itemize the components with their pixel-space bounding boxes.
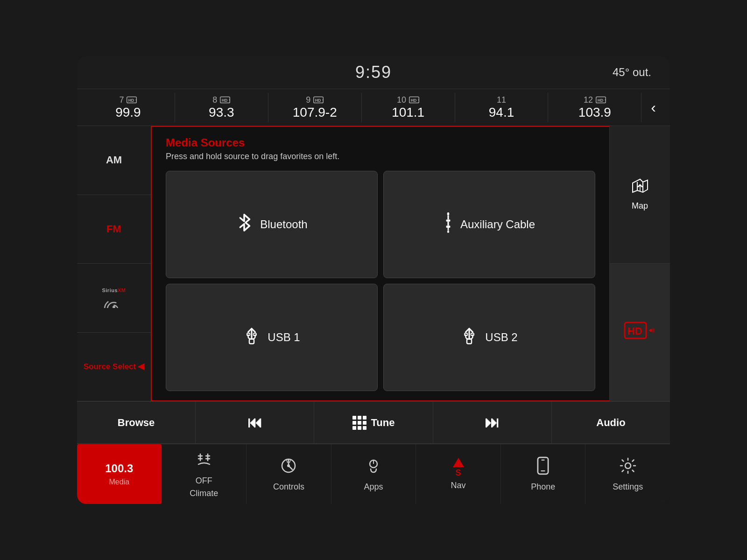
svg-rect-16: [446, 219, 451, 221]
climate-icon: [195, 450, 213, 473]
tune-button[interactable]: Tune: [314, 402, 433, 443]
media-sources-panel: Media Sources Press and hold source to d…: [152, 126, 609, 401]
clock: 9:59: [355, 63, 392, 82]
svg-text:HD: HD: [222, 98, 228, 103]
nav-apps[interactable]: Apps: [331, 444, 416, 504]
svg-point-37: [625, 463, 631, 469]
hd-badge-2: HD: [220, 96, 230, 104]
media-title: Media Sources: [166, 136, 595, 149]
preset-5[interactable]: 11 94.1: [455, 93, 549, 122]
main-content: AM FM SiriusXM Source Select: [77, 126, 670, 401]
hd-badge-6: HD: [596, 96, 606, 104]
controls-icon: [279, 456, 298, 479]
svg-rect-23: [249, 339, 254, 344]
svg-rect-18: [446, 226, 451, 228]
usb1-icon: [243, 326, 260, 349]
usb1-label: USB 1: [268, 331, 300, 344]
aux-icon: [444, 212, 453, 237]
svg-point-20: [447, 231, 449, 233]
usb1-button[interactable]: USB 1: [166, 284, 378, 391]
usb2-icon: [461, 326, 478, 349]
usb2-button[interactable]: USB 2: [383, 284, 595, 391]
nav-phone[interactable]: Phone: [501, 444, 586, 504]
am-button[interactable]: AM: [77, 126, 151, 195]
preset-1[interactable]: 7 HD 99.9: [82, 93, 175, 122]
hd-badge-3: HD: [313, 96, 324, 104]
siriusxm-button[interactable]: SiriusXM: [77, 264, 151, 333]
siriusxm-icon: SiriusXM: [102, 287, 126, 308]
svg-point-32: [287, 464, 290, 467]
hd-button[interactable]: HD: [610, 264, 670, 401]
preset-3[interactable]: 9 HD 107.9-2: [268, 93, 362, 122]
left-sidebar: AM FM SiriusXM Source Select: [77, 126, 152, 401]
nav-navigation[interactable]: S Nav: [416, 444, 501, 504]
bluetooth-label: Bluetooth: [260, 218, 307, 231]
hd-badge-1: HD: [127, 96, 137, 104]
tune-grid-icon: [352, 416, 366, 430]
bluetooth-icon: [236, 213, 253, 236]
nav-settings[interactable]: Settings: [585, 444, 670, 504]
bottom-controls: Browse ⏮ Tune ⏭ Audio: [77, 401, 670, 443]
map-button[interactable]: Map: [610, 126, 670, 264]
prev-icon: ⏮: [247, 414, 262, 431]
media-header: Media Sources Press and hold source to d…: [166, 136, 595, 161]
media-grid: Bluetooth: [166, 171, 595, 391]
bluetooth-button[interactable]: Bluetooth: [166, 171, 378, 278]
nav-climate[interactable]: OFF Climate: [162, 444, 247, 504]
preset-4[interactable]: 10 HD 101.1: [362, 93, 455, 122]
settings-icon: [619, 456, 637, 479]
next-button[interactable]: ⏭: [433, 402, 552, 443]
svg-text:HD: HD: [128, 98, 134, 103]
aux-label: Auxiliary Cable: [460, 218, 535, 231]
media-subtitle: Press and hold source to drag favorites …: [166, 152, 595, 161]
prev-button[interactable]: ⏮: [196, 402, 314, 443]
svg-text:HD: HD: [315, 98, 321, 103]
main-screen: 9:59 45° out. 7 HD 99.9 8 HD: [77, 56, 670, 504]
browse-button[interactable]: Browse: [77, 402, 196, 443]
map-icon: [631, 178, 649, 198]
aux-button[interactable]: Auxiliary Cable: [383, 171, 595, 278]
svg-text:HD: HD: [411, 98, 417, 103]
preset-6[interactable]: 12 HD 103.9: [548, 93, 641, 122]
nav-icon: S: [453, 458, 464, 478]
fm-button[interactable]: FM: [77, 195, 151, 264]
nav-media[interactable]: 100.3 Media: [77, 444, 162, 504]
apps-icon: [364, 456, 383, 479]
temperature: 45° out.: [613, 66, 651, 79]
map-label: Map: [632, 201, 648, 211]
right-sidebar: Map HD: [609, 126, 670, 401]
hd-badge-4: HD: [409, 96, 419, 104]
presets-bar: 7 HD 99.9 8 HD 93.3: [77, 89, 670, 126]
svg-rect-14: [447, 212, 449, 216]
back-button[interactable]: ‹: [641, 94, 665, 121]
svg-rect-26: [467, 339, 472, 344]
usb2-label: USB 2: [485, 331, 517, 344]
bottom-nav: 100.3 Media OFF Climate: [77, 443, 670, 504]
svg-text:HD: HD: [598, 98, 604, 103]
audio-button[interactable]: Audio: [552, 402, 670, 443]
nav-controls[interactable]: Controls: [247, 444, 331, 504]
svg-text:HD: HD: [627, 325, 642, 337]
status-bar: 9:59 45° out.: [77, 56, 670, 89]
source-select-button[interactable]: Source Select ◀: [77, 333, 151, 402]
phone-icon: [535, 456, 551, 479]
preset-2[interactable]: 8 HD 93.3: [175, 93, 268, 122]
next-icon: ⏭: [485, 414, 500, 431]
svg-point-13: [113, 306, 115, 308]
hd-radio-icon: HD: [624, 319, 656, 346]
